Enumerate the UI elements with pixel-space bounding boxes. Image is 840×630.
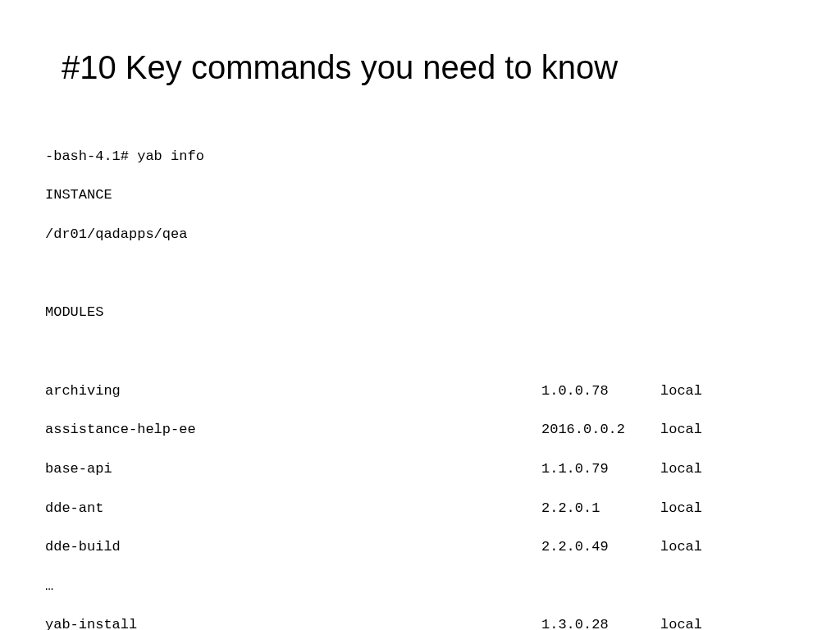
instance-path: /dr01/qadapps/qea — [45, 225, 783, 244]
ellipsis: … — [45, 577, 783, 596]
module-row: assistance-help-ee2016.0.0.2local — [45, 420, 783, 440]
module-version: 2.2.0.1 — [541, 499, 660, 518]
module-row: dde-build2.2.0.49local — [45, 537, 783, 557]
module-version: 1.1.0.79 — [541, 459, 660, 479]
instance-label: INSTANCE — [45, 185, 783, 205]
module-source: local — [660, 499, 702, 518]
module-version: 1.3.0.28 — [541, 615, 660, 630]
shell-prompt: -bash-4.1# yab info — [45, 147, 783, 167]
module-row: archiving1.0.0.78local — [45, 381, 783, 401]
module-source: local — [660, 615, 702, 630]
module-row: yab-install1.3.0.28local — [45, 615, 783, 630]
module-source: local — [660, 381, 702, 401]
module-name: yab-install — [45, 615, 541, 630]
module-row: base-api1.1.0.79local — [45, 459, 783, 479]
modules-label: MODULES — [45, 303, 783, 322]
module-name: base-api — [45, 459, 541, 479]
module-name: assistance-help-ee — [45, 420, 541, 440]
module-version: 2016.0.0.2 — [541, 420, 660, 440]
module-version: 1.0.0.78 — [541, 381, 660, 401]
module-version: 2.2.0.49 — [541, 537, 660, 557]
module-name: dde-build — [45, 537, 541, 557]
module-name: dde-ant — [45, 499, 541, 518]
module-source: local — [660, 459, 702, 479]
module-row: dde-ant2.2.0.1local — [45, 499, 783, 518]
slide-title: #10 Key commands you need to know — [62, 49, 783, 86]
terminal-output: -bash-4.1# yab info INSTANCE /dr01/qadap… — [45, 127, 783, 630]
module-source: local — [660, 537, 702, 557]
module-name: archiving — [45, 381, 541, 401]
module-source: local — [660, 420, 702, 440]
